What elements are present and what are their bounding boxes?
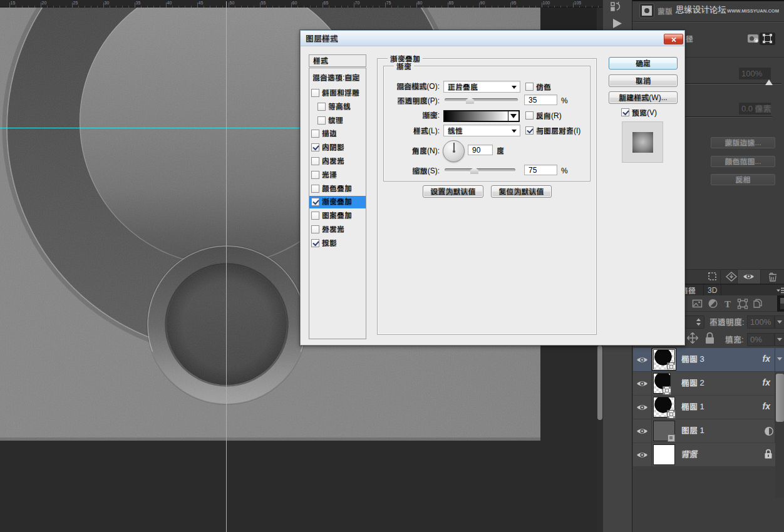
svg-text:T: T — [725, 299, 731, 309]
